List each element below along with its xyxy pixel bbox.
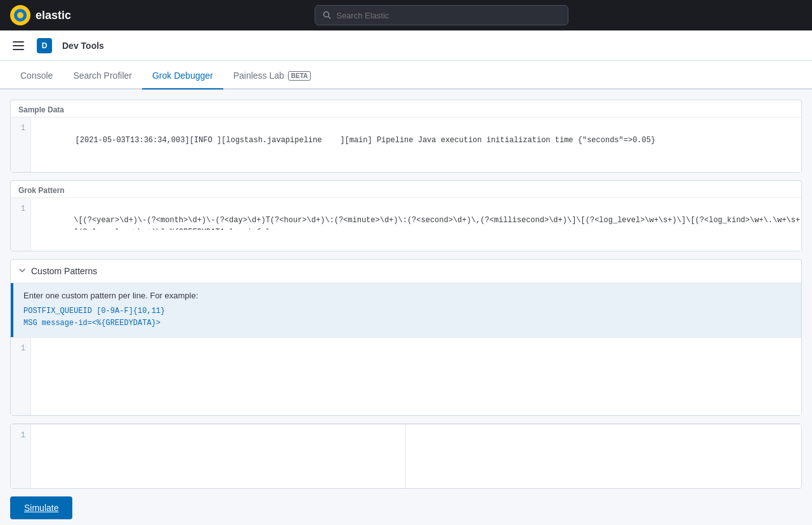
custom-patterns-editor[interactable]: 1 (11, 337, 801, 415)
menu-button[interactable] (10, 39, 27, 53)
search-input[interactable] (336, 11, 560, 20)
grok-pattern-input[interactable]: \[(?<year>\d+)\-(?<month>\d+)\-(?<day>\d… (74, 215, 801, 230)
split-left-editor[interactable]: 1 (11, 424, 405, 488)
svg-line-4 (329, 17, 331, 18)
split-right-editor (406, 424, 801, 447)
elastic-logo-icon (10, 5, 30, 25)
tab-painless-lab[interactable]: Painless Lab BETA (223, 63, 322, 90)
sample-data-panel: Sample Data 1 [2021-05-03T13:36:34,003][… (10, 100, 802, 173)
tab-console[interactable]: Console (10, 63, 63, 90)
sample-data-input[interactable]: [2021-05-03T13:36:34,003][INFO ][logstas… (75, 135, 801, 150)
hamburger-icon (13, 41, 24, 50)
custom-patterns-hint: Enter one custom pattern per line. For e… (11, 283, 801, 337)
chevron-icon (18, 266, 26, 276)
tab-bar: Console Search Profiler Grok Debugger Pa… (0, 61, 812, 90)
main-content: Sample Data 1 [2021-05-03T13:36:34,003][… (0, 90, 812, 525)
custom-patterns-section: Custom Patterns Enter one custom pattern… (10, 259, 802, 416)
search-icon (323, 11, 331, 20)
split-left-line-numbers: 1 (11, 425, 31, 488)
split-editor-area: 1 (10, 423, 802, 489)
custom-patterns-input-area[interactable] (31, 338, 801, 415)
custom-patterns-header[interactable]: Custom Patterns (11, 260, 801, 282)
grok-pattern-editor[interactable]: 1 \[(?<year>\d+)\-(?<month>\d+)\-(?<day>… (11, 197, 801, 251)
dev-tools-badge: D (37, 38, 52, 53)
search-bar-container (81, 5, 802, 25)
custom-patterns-title: Custom Patterns (31, 266, 97, 276)
split-right (406, 424, 801, 488)
split-left[interactable]: 1 (11, 424, 406, 488)
tab-grok-debugger[interactable]: Grok Debugger (142, 63, 223, 90)
split-left-input[interactable] (84, 442, 405, 466)
custom-patterns-input[interactable] (84, 355, 801, 393)
simulate-button[interactable]: Simulate (10, 496, 72, 519)
sample-data-content[interactable]: [2021-05-03T13:36:34,003][INFO ][logstas… (31, 117, 801, 172)
secondary-nav-title: Dev Tools (62, 41, 104, 51)
grok-pattern-line-numbers: 1 (11, 198, 31, 251)
svg-rect-7 (13, 49, 24, 50)
custom-patterns-line-numbers: 1 (11, 338, 31, 415)
sample-data-line-numbers: 1 (11, 117, 31, 172)
svg-rect-6 (13, 45, 24, 46)
top-navigation: elastic (0, 0, 812, 30)
elastic-logo[interactable]: elastic (10, 5, 71, 25)
search-bar[interactable] (315, 5, 568, 25)
grok-pattern-panel: Grok Pattern 1 \[(?<year>\d+)\-(?<month>… (10, 180, 802, 251)
svg-rect-5 (13, 41, 24, 43)
split-right-content (406, 425, 801, 447)
secondary-navigation: D Dev Tools (0, 30, 812, 61)
elastic-logo-text: elastic (36, 9, 71, 22)
beta-badge: BETA (288, 71, 311, 81)
split-left-content[interactable] (31, 425, 405, 488)
svg-point-2 (17, 12, 23, 18)
sample-data-label: Sample Data (11, 100, 801, 117)
sample-data-editor[interactable]: 1 [2021-05-03T13:36:34,003][INFO ][logst… (11, 117, 801, 172)
custom-patterns-example: POSTFIX_QUEUEID [0-9A-F]{10,11} MSG mess… (23, 305, 791, 329)
grok-pattern-label: Grok Pattern (11, 181, 801, 197)
tab-search-profiler[interactable]: Search Profiler (63, 63, 142, 90)
custom-patterns-body: Enter one custom pattern per line. For e… (11, 282, 801, 415)
grok-pattern-content[interactable]: \[(?<year>\d+)\-(?<month>\d+)\-(?<day>\d… (31, 198, 801, 251)
